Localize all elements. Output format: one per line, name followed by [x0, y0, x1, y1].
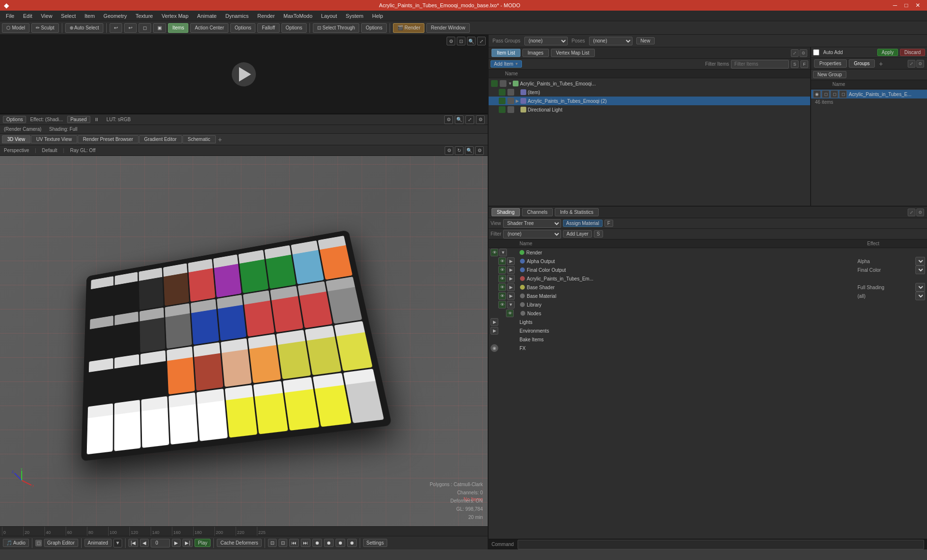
transport-icon6[interactable]: ⏺ — [324, 539, 334, 547]
vp-settings-icon[interactable]: ⚙ — [445, 146, 453, 155]
command-input[interactable] — [518, 540, 924, 549]
settings-transport-btn[interactable]: Settings — [363, 539, 387, 547]
fc-eye-icon[interactable]: 👁 — [498, 266, 506, 274]
zoom-icon[interactable]: 🔍 — [455, 115, 464, 124]
fc-effect-select[interactable]: ▼ — [915, 266, 925, 274]
bm-expand-icon[interactable]: ▶ — [507, 292, 515, 300]
prop-gear-icon[interactable]: ⚙ — [916, 60, 924, 68]
bm-eye-icon[interactable]: 👁 — [498, 292, 506, 300]
tab-images[interactable]: Images — [522, 49, 549, 57]
prev-keyframe-btn[interactable]: |◀ — [128, 539, 139, 547]
add-tab-btn[interactable]: + — [879, 60, 883, 68]
tab-item-list[interactable]: Item List — [492, 49, 520, 57]
menu-help[interactable]: Help — [368, 12, 387, 20]
vp-search-icon[interactable]: 🔍 — [465, 146, 474, 155]
mini-settings-icon[interactable]: ⚙ — [447, 37, 455, 45]
menu-view[interactable]: View — [37, 12, 56, 20]
env-expand-icon[interactable]: ▶ — [491, 327, 498, 335]
settings-gear-icon[interactable]: ⚙ — [444, 115, 453, 124]
menu-item[interactable]: Item — [81, 12, 98, 20]
menu-maxtomodo[interactable]: MaxToModo — [280, 12, 316, 20]
shader-fx[interactable]: ◉ FX — [489, 344, 927, 352]
transport-icon8[interactable]: ⏺ — [347, 539, 357, 547]
menu-edit[interactable]: Edit — [19, 12, 36, 20]
lock-toggle-light[interactable] — [507, 106, 516, 113]
vis-toggle-mesh[interactable] — [498, 89, 507, 96]
graph-editor-btn[interactable]: Graph Editor — [44, 539, 78, 547]
group-icon4[interactable]: ◻ — [839, 90, 847, 98]
shader-acrylic[interactable]: 👁 ▶ Acrylic_Paints_in_Tubes_Em... — [489, 274, 927, 283]
minimize-btn[interactable]: ─ — [890, 2, 900, 9]
tree-item-mesh[interactable]: ▶ (item) — [489, 88, 810, 97]
lib-eye-icon[interactable]: 👁 — [498, 301, 506, 308]
tree-item-scene[interactable]: ▼ Acrylic_Paints_in_Tubes_Emooqi... — [489, 79, 810, 88]
mini-search-icon[interactable]: 🔍 — [467, 37, 476, 45]
group-icon3[interactable]: ◻ — [830, 90, 838, 98]
menu-dynamics[interactable]: Dynamics — [222, 12, 253, 20]
menu-render[interactable]: Render — [253, 12, 279, 20]
new-group-btn[interactable]: New Group — [813, 71, 846, 78]
tab-info-statistics[interactable]: Info & Statistics — [555, 208, 599, 216]
nodes-eye-icon[interactable]: 👁 — [506, 309, 514, 317]
frame-number-input[interactable] — [151, 539, 170, 547]
prev-frame-btn[interactable]: ◀ — [140, 539, 149, 547]
select-through-btn[interactable]: ⊡ Select Through — [313, 23, 359, 33]
options-btn2[interactable]: Options — [281, 23, 307, 33]
vis-toggle-mesh2[interactable] — [498, 98, 507, 104]
shader-environments[interactable]: ▶ Environments — [489, 326, 927, 335]
tab-channels[interactable]: Channels — [522, 208, 553, 216]
menu-system[interactable]: System — [342, 12, 367, 20]
transport-icon5[interactable]: ⏺ — [312, 539, 322, 547]
tab-shading[interactable]: Shading — [492, 208, 520, 216]
shader-library[interactable]: 👁 ▼ Library — [489, 300, 927, 309]
filter-f-btn[interactable]: F — [801, 60, 808, 68]
vis-toggle-light[interactable] — [498, 106, 507, 113]
prop-expand-icon[interactable]: ⤢ — [908, 60, 915, 68]
shader-nodes[interactable]: 👁 Nodes — [489, 309, 927, 318]
vp-gear-icon[interactable]: ⚙ — [475, 146, 484, 155]
close-btn[interactable]: ✕ — [913, 2, 923, 9]
bm-effect-select[interactable]: ▼ — [915, 292, 925, 300]
shader-render[interactable]: 👁 ▼ Render — [489, 248, 927, 257]
group-icon2[interactable]: ◻ — [822, 90, 829, 98]
options-btn1[interactable]: Options — [230, 23, 255, 33]
animated-dropdown-icon[interactable]: ▼ — [113, 539, 122, 547]
transport-icon1[interactable]: ⊡ — [268, 539, 277, 547]
shading-gear-icon[interactable]: ⚙ — [916, 209, 924, 216]
shader-base-shader[interactable]: 👁 ▶ Base Shader Full Shading ▼ — [489, 283, 927, 292]
cache-deformers-btn[interactable]: Cache Deformers — [217, 539, 261, 547]
options-label-btn[interactable]: Options — [3, 116, 26, 123]
expand-arrow-scene[interactable]: ▼ — [508, 81, 512, 86]
tab-3d-view[interactable]: 3D View — [2, 135, 30, 143]
acrylic-eye-icon[interactable]: 👁 — [498, 275, 506, 282]
mode-sculpt-btn[interactable]: ✏ Sculpt — [31, 23, 59, 33]
3d-viewport[interactable]: No Items Polygons : Catmull-Clark Channe… — [0, 156, 488, 526]
apply-btn[interactable]: Apply — [877, 49, 898, 56]
new-btn[interactable]: New — [636, 37, 655, 44]
shading-expand-icon[interactable]: ⤢ — [908, 209, 915, 216]
filter-input[interactable] — [731, 60, 789, 69]
filter-s-btn[interactable]: S — [791, 60, 799, 68]
lib-expand-icon[interactable]: ▼ — [507, 301, 515, 308]
discard-btn[interactable]: Discard — [900, 49, 925, 56]
toolbar-icon1[interactable]: ↩ — [110, 23, 122, 33]
render-btn[interactable]: 🎬 Render — [393, 23, 425, 33]
falloff-btn[interactable]: Falloff — [257, 23, 279, 33]
group-item-main[interactable]: ◉ ◻ ◻ ◻ Acrylic_Paints_in_Tubes_E... — [811, 90, 927, 98]
mini-expand-icon[interactable]: ⤢ — [477, 37, 486, 45]
audio-btn[interactable]: 🎵 Audio — [3, 539, 29, 547]
timeline[interactable]: 0 20 40 60 80 100 120 140 160 180 200 22… — [0, 526, 488, 536]
add-layer-btn[interactable]: Add Layer — [563, 230, 592, 238]
vp-rotate-icon[interactable]: ↻ — [455, 146, 464, 155]
tab-vertex-map-list[interactable]: Vertex Map List — [551, 49, 595, 57]
expand-icon[interactable]: ⤢ — [465, 115, 474, 124]
view-select[interactable]: Shader Tree — [503, 219, 561, 228]
shader-final-color[interactable]: 👁 ▶ Final Color Output Final Color ▼ — [489, 266, 927, 274]
auto-select-btn[interactable]: ⊕ Auto Select — [65, 23, 103, 33]
lock-toggle-mesh[interactable] — [507, 89, 516, 96]
play-button[interactable] — [232, 62, 256, 86]
add-item-btn[interactable]: Add Item ▼ — [491, 60, 522, 68]
tab-add-btn[interactable]: + — [216, 136, 224, 143]
poses-select[interactable]: (none) — [589, 37, 632, 45]
alpha-eye-icon[interactable]: 👁 — [498, 257, 506, 265]
